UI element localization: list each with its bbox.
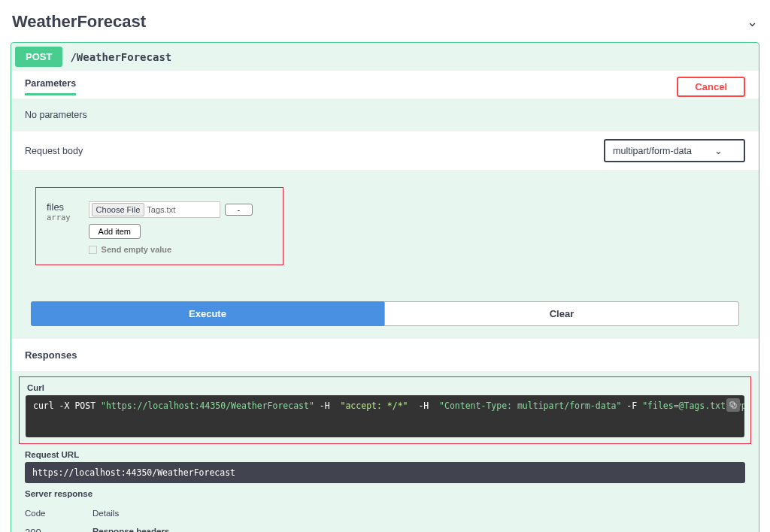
server-response-row: 200 Response headers date: Thu13 May 202… bbox=[11, 524, 759, 532]
tag-title: WeatherForecast bbox=[12, 12, 146, 32]
remove-item-button[interactable]: - bbox=[225, 204, 253, 216]
file-input[interactable]: Choose File Tags.txt bbox=[89, 201, 220, 218]
curl-block: Curl curl -X POST "https://localhost:443… bbox=[19, 376, 751, 444]
execute-row: Execute Clear bbox=[11, 292, 759, 338]
param-type: array bbox=[47, 213, 71, 222]
send-empty-row[interactable]: Send empty value bbox=[89, 245, 253, 254]
request-url-value[interactable]: https://localhost:44350/WeatherForecast bbox=[25, 462, 745, 483]
request-url-label: Request URL bbox=[25, 450, 745, 459]
response-details: Response headers date: Thu13 May 2021 16… bbox=[92, 527, 745, 532]
parameters-tab[interactable]: Parameters bbox=[25, 78, 76, 95]
method-badge: POST bbox=[15, 47, 62, 67]
server-response-head: Code Details bbox=[11, 501, 759, 524]
send-empty-checkbox[interactable] bbox=[89, 246, 97, 254]
files-param-controls: Choose File Tags.txt - Add item Send emp… bbox=[89, 201, 253, 254]
clear-button[interactable]: Clear bbox=[384, 301, 739, 326]
no-parameters-text: No parameters bbox=[11, 99, 759, 131]
files-param-meta: files array bbox=[47, 201, 71, 254]
add-item-button[interactable]: Add item bbox=[89, 224, 141, 239]
server-response-label: Server response bbox=[25, 489, 745, 498]
param-name: files bbox=[47, 201, 71, 213]
chevron-down-icon[interactable]: ⌄ bbox=[747, 14, 758, 30]
file-row: Choose File Tags.txt - bbox=[89, 201, 253, 218]
files-block: files array Choose File Tags.txt - Add i… bbox=[11, 171, 759, 292]
execute-button[interactable]: Execute bbox=[31, 301, 384, 326]
files-param-box: files array Choose File Tags.txt - Add i… bbox=[35, 187, 283, 265]
op-body: Parameters Cancel No parameters Request … bbox=[11, 71, 759, 532]
curl-label: Curl bbox=[27, 383, 744, 392]
send-empty-label: Send empty value bbox=[102, 245, 172, 254]
choose-file-button[interactable]: Choose File bbox=[92, 203, 145, 216]
request-body-label: Request body bbox=[25, 146, 83, 156]
responses-label: Responses bbox=[11, 338, 759, 372]
opblock-summary[interactable]: POST /WeatherForecast bbox=[11, 43, 759, 71]
col-details: Details bbox=[92, 509, 745, 518]
parameters-bar: Parameters Cancel bbox=[11, 71, 759, 99]
chevron-down-icon: ⌄ bbox=[714, 145, 723, 156]
response-headers-label: Response headers bbox=[92, 527, 745, 532]
section-header: WeatherForecast ⌄ bbox=[11, 8, 759, 42]
curl-code[interactable]: curl -X POST "https://localhost:44350/We… bbox=[26, 395, 744, 437]
cancel-button[interactable]: Cancel bbox=[677, 77, 745, 97]
col-code: Code bbox=[25, 509, 62, 518]
selected-file-name: Tags.txt bbox=[147, 205, 175, 214]
content-type-select[interactable]: multipart/form-data ⌄ bbox=[604, 139, 745, 162]
request-body-bar: Request body multipart/form-data ⌄ bbox=[11, 131, 759, 171]
opblock-post: POST /WeatherForecast Parameters Cancel … bbox=[11, 42, 759, 532]
response-code: 200 bbox=[25, 527, 62, 532]
copy-icon[interactable] bbox=[726, 398, 740, 412]
content-type-value: multipart/form-data bbox=[613, 146, 692, 156]
request-url-block: https://localhost:44350/WeatherForecast bbox=[25, 462, 745, 483]
op-path: /WeatherForecast bbox=[70, 51, 171, 63]
